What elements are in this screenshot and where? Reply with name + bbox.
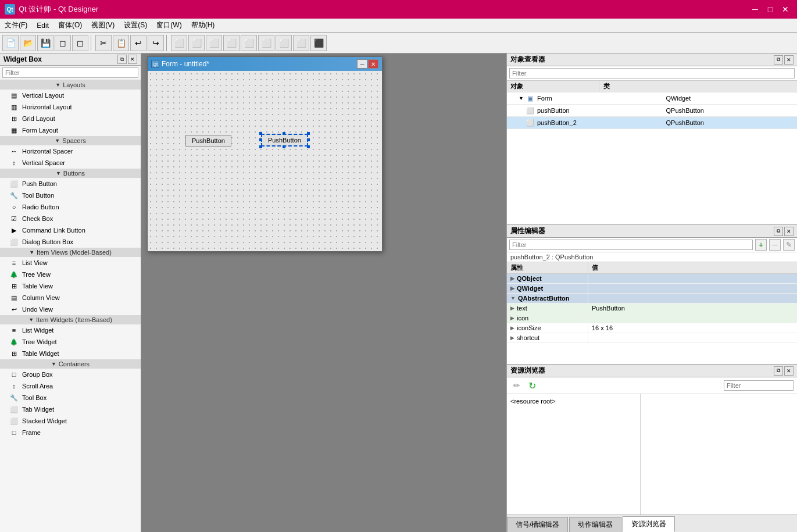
list-item[interactable]: 🔧 Tool Button	[0, 190, 141, 201]
tab-action-editor[interactable]: 动作编辑器	[569, 517, 621, 532]
menu-settings[interactable]: 设置(S)	[119, 19, 152, 31]
oi-filter-bar	[507, 66, 797, 81]
toolbar-btn12[interactable]: ⬜	[206, 35, 222, 51]
list-item[interactable]: □ Group Box	[0, 369, 141, 380]
resource-edit-btn[interactable]: ✏	[510, 379, 523, 392]
prop-section-qobject[interactable]: ▶ QObject	[507, 274, 797, 284]
toolbar-save[interactable]: 💾	[37, 35, 53, 51]
tree-row[interactable]: ⬜ pushButton QPushButton	[507, 105, 797, 117]
tab-resource-browser[interactable]: 资源浏览器	[623, 516, 675, 532]
prop-remove-btn[interactable]: ─	[769, 239, 781, 251]
prop-section-qwidget[interactable]: ▶ QWidget	[507, 284, 797, 294]
list-item[interactable]: 🌲 Tree Widget	[0, 336, 141, 348]
menu-window[interactable]: 窗口(W)	[152, 19, 186, 31]
maximize-button[interactable]: □	[763, 2, 777, 16]
list-item[interactable]: ⊞ Grid Layout	[0, 113, 141, 124]
pe-float-btn[interactable]: ⧉	[774, 227, 783, 236]
list-item[interactable]: ↕ Scroll Area	[0, 380, 141, 392]
oi-filter-input[interactable]	[509, 68, 795, 78]
list-item[interactable]: ↕ Vertical Spacer	[0, 157, 141, 169]
list-item[interactable]: ☑ Check Box	[0, 213, 141, 224]
list-item[interactable]: ▤ Column View	[0, 292, 141, 304]
toolbar-new[interactable]: 📄	[2, 35, 19, 51]
oi-float-btn[interactable]: ⧉	[774, 55, 783, 65]
rb-float-btn[interactable]: ⧉	[774, 366, 783, 376]
list-item[interactable]: ≡ List View	[0, 257, 141, 269]
section-containers[interactable]: ▼ Containers	[0, 359, 141, 369]
prop-config-btn[interactable]: ✎	[783, 239, 795, 251]
prop-filter-input[interactable]	[509, 240, 753, 250]
section-item-views[interactable]: ▼ Item Views (Model-Based)	[0, 248, 141, 257]
toolbar-btn16[interactable]: ⬜	[276, 35, 292, 51]
list-item[interactable]: ▤ Vertical Layout	[0, 90, 141, 101]
resource-filter-input[interactable]	[724, 380, 794, 391]
prop-row-text[interactable]: ▶ text PushButton	[507, 304, 797, 313]
toolbar-cut[interactable]: ✂	[95, 35, 112, 51]
list-item[interactable]: ▥ Horizontal Layout	[0, 101, 141, 113]
section-item-widgets[interactable]: ▼ Item Widgets (Item-Based)	[0, 315, 141, 324]
list-item[interactable]: ⬜ Tab Widget	[0, 404, 141, 415]
push-btn-label: Push Button	[22, 180, 57, 187]
v-spacer-icon: ↕	[9, 158, 19, 167]
list-item[interactable]: ⊞ Table View	[0, 280, 141, 292]
prop-row-icon[interactable]: ▶ icon	[507, 313, 797, 323]
list-item[interactable]: ▦ Form Layout	[0, 124, 141, 136]
list-item[interactable]: ○ Radio Button	[0, 201, 141, 213]
widget-box-close-btn[interactable]: ✕	[128, 55, 137, 64]
list-item[interactable]: ↔ Horizontal Spacer	[0, 145, 141, 157]
menu-edit[interactable]: Edit	[32, 20, 53, 31]
form-close-btn[interactable]: ✕	[368, 59, 378, 69]
push-button-1[interactable]: PushButton	[185, 135, 231, 147]
pe-close-btn[interactable]: ✕	[784, 227, 794, 236]
prop-add-btn[interactable]: +	[755, 239, 767, 251]
menu-file[interactable]: 文件(F)	[0, 19, 32, 31]
minimize-button[interactable]: ─	[748, 2, 762, 16]
toolbar-btn18[interactable]: ⬛	[310, 35, 327, 51]
menu-help[interactable]: 帮助(H)	[187, 19, 220, 31]
resource-refresh-btn[interactable]: ↻	[526, 379, 538, 392]
toolbar-btn17[interactable]: ⬜	[293, 35, 309, 51]
menu-bar: 文件(F) Edit 窗体(O) 视图(V) 设置(S) 窗口(W) 帮助(H)	[0, 19, 797, 33]
list-item[interactable]: ▶ Command Link Button	[0, 224, 141, 236]
toolbar-btn11[interactable]: ⬜	[188, 35, 205, 51]
menu-view[interactable]: 视图(V)	[87, 19, 119, 31]
widget-box-header-buttons: ⧉ ✕	[117, 55, 137, 64]
tab-signal-slot[interactable]: 信号/槽编辑器	[507, 517, 568, 532]
list-item[interactable]: □ Frame	[0, 427, 141, 438]
list-item[interactable]: 🔧 Tool Box	[0, 392, 141, 404]
toolbar-redo[interactable]: ↪	[148, 35, 164, 51]
toolbar-btn15[interactable]: ⬜	[258, 35, 274, 51]
rb-close-btn[interactable]: ✕	[784, 366, 794, 376]
list-item[interactable]: ⬜ Dialog Button Box	[0, 236, 141, 248]
prop-section-qabstractbutton[interactable]: ▼ QAbstractButton	[507, 294, 797, 304]
push-button-2[interactable]: PushButton	[261, 134, 308, 147]
toolbar-open[interactable]: 📂	[20, 35, 36, 51]
toolbar-btn14[interactable]: ⬜	[241, 35, 257, 51]
prop-row-shortcut[interactable]: ▶ shortcut	[507, 333, 797, 343]
section-spacers[interactable]: ▼ Spacers	[0, 136, 141, 145]
oi-close-btn[interactable]: ✕	[784, 55, 794, 65]
widget-filter-input[interactable]	[2, 67, 138, 78]
toolbar-btn13[interactable]: ⬜	[223, 35, 240, 51]
toolbar-undo[interactable]: ↩	[130, 35, 146, 51]
menu-form[interactable]: 窗体(O)	[53, 19, 87, 31]
section-buttons[interactable]: ▼ Buttons	[0, 169, 141, 178]
toolbar-btn4[interactable]: ◻	[55, 35, 71, 51]
list-item[interactable]: ⬜ Push Button	[0, 178, 141, 190]
tree-row[interactable]: ⬜ pushButton_2 QPushButton	[507, 117, 797, 129]
toolbar-btn10[interactable]: ⬜	[171, 35, 187, 51]
list-item[interactable]: ≡ List Widget	[0, 324, 141, 336]
section-layouts[interactable]: ▼ Layouts	[0, 80, 141, 90]
toolbar-copy[interactable]: 📋	[113, 35, 129, 51]
list-item[interactable]: ↩ Undo View	[0, 304, 141, 315]
list-item[interactable]: ⊞ Table Widget	[0, 348, 141, 359]
tree-row[interactable]: ▼ ▣ Form QWidget	[507, 92, 797, 105]
list-item[interactable]: 🌲 Tree View	[0, 269, 141, 280]
close-button[interactable]: ✕	[778, 2, 792, 16]
form-minimize-btn[interactable]: ─	[357, 59, 367, 69]
list-item[interactable]: ⬜ Stacked Widget	[0, 415, 141, 427]
prop-row-iconsize[interactable]: ▶ iconSize 16 x 16	[507, 323, 797, 333]
toolbar-btn5[interactable]: ◻	[72, 35, 88, 51]
form-canvas[interactable]: PushButton PushButton	[148, 71, 382, 251]
widget-box-float-btn[interactable]: ⧉	[117, 55, 127, 64]
